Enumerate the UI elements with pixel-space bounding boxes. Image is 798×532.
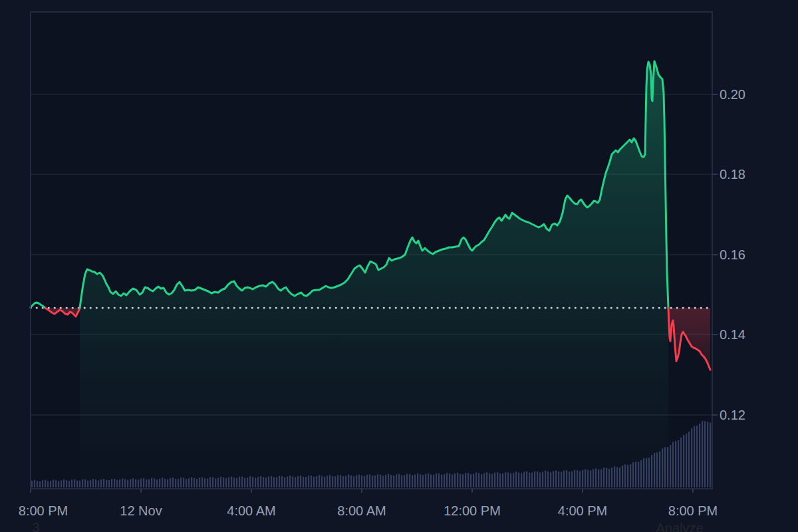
x-axis-label: 8:00 PM: [668, 503, 718, 519]
y-axis-label: 0.14: [720, 327, 745, 342]
x-axis-label: 12:00 PM: [444, 503, 501, 519]
price-chart-canvas[interactable]: [0, 0, 798, 532]
x-axis-label: 8:00 PM: [19, 503, 68, 519]
analyze-button[interactable]: Analyze: [656, 520, 703, 532]
x-axis-label: 8:00 AM: [337, 503, 386, 519]
footer-number-label: 3: [32, 519, 39, 532]
y-axis-label: 0.12: [720, 407, 745, 423]
y-axis-label: 0.20: [720, 86, 745, 102]
x-axis-label: 4:00 AM: [227, 503, 275, 519]
x-axis-label: 12 Nov: [120, 503, 162, 519]
y-axis-label: 0.16: [720, 247, 745, 263]
crypto-price-chart-page: 0.20 0.18 0.16 0.14 0.12 8:00 PM 12 Nov …: [0, 0, 798, 532]
x-axis-label: 4:00 PM: [558, 503, 607, 519]
y-axis-label: 0.18: [720, 166, 745, 182]
